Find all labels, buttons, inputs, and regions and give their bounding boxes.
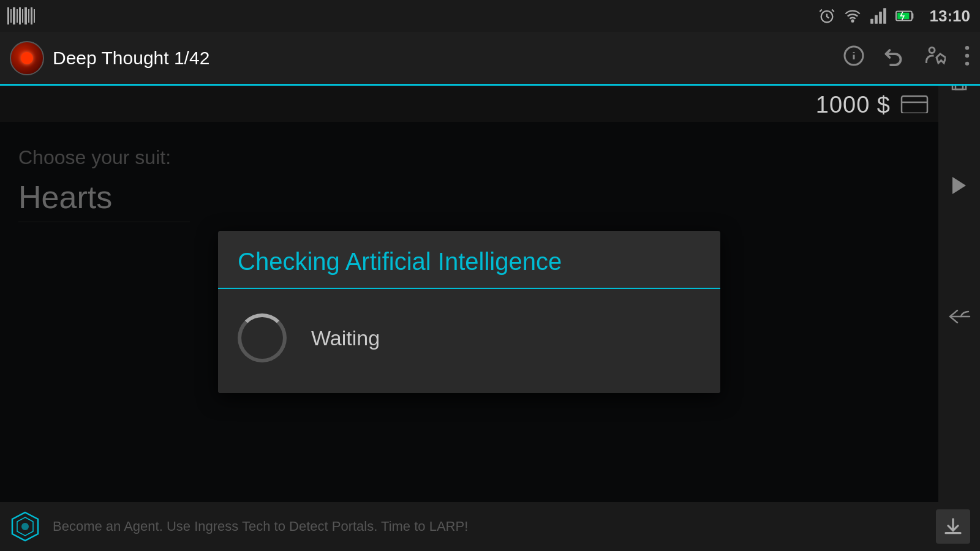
right-panel	[938, 32, 980, 551]
bottom-marquee-text: Become an Agent. Use Ingress Tech to Det…	[53, 519, 924, 534]
svg-rect-2	[870, 19, 873, 24]
signal-icon	[870, 7, 887, 24]
waiting-text: Waiting	[311, 326, 380, 350]
money-amount: 1000 $	[816, 92, 891, 118]
wifi-icon	[844, 7, 861, 24]
status-bar-left	[10, 5, 32, 27]
dialog-overlay: Checking Artificial Intelligence Waiting	[0, 122, 938, 502]
app-title: Deep Thought 1/42	[53, 48, 843, 69]
bottom-logo	[10, 511, 40, 542]
dialog-body: Waiting	[218, 289, 720, 393]
svg-point-11	[965, 54, 969, 58]
app-icon-inner	[21, 52, 33, 64]
status-bar: 13:10	[0, 0, 980, 32]
bottom-bar: Become an Agent. Use Ingress Tech to Det…	[0, 502, 980, 551]
status-icons: 13:10	[818, 7, 971, 26]
svg-rect-5	[883, 8, 886, 24]
svg-rect-4	[879, 12, 882, 24]
svg-point-10	[965, 46, 969, 50]
back-button[interactable]	[943, 300, 976, 333]
info-button[interactable]	[843, 45, 865, 71]
app-bar: Deep Thought 1/42	[0, 32, 980, 86]
alarm-icon	[818, 7, 835, 24]
barcode-icon	[10, 5, 32, 27]
svg-point-9	[929, 48, 935, 53]
app-icon	[10, 41, 44, 75]
guide-button[interactable]	[924, 45, 946, 71]
dialog-title: Checking Artificial Intelligence	[238, 248, 701, 276]
download-button[interactable]	[936, 509, 970, 544]
forward-button[interactable]	[943, 169, 976, 202]
svg-rect-3	[875, 15, 878, 24]
svg-point-1	[851, 20, 853, 22]
menu-button[interactable]	[964, 45, 970, 71]
money-bar: 1000 $	[0, 88, 938, 122]
status-time: 13:10	[930, 7, 971, 26]
undo-button[interactable]	[883, 45, 905, 71]
svg-point-19	[21, 523, 29, 530]
svg-rect-13	[902, 96, 927, 113]
battery-icon	[895, 7, 915, 24]
loading-spinner	[238, 313, 287, 362]
svg-point-12	[965, 62, 969, 66]
card-icon[interactable]	[900, 94, 929, 116]
app-bar-actions	[843, 45, 970, 71]
arrow-right-icon	[952, 177, 966, 194]
dialog: Checking Artificial Intelligence Waiting	[218, 231, 720, 393]
dialog-title-bar: Checking Artificial Intelligence	[218, 231, 720, 289]
